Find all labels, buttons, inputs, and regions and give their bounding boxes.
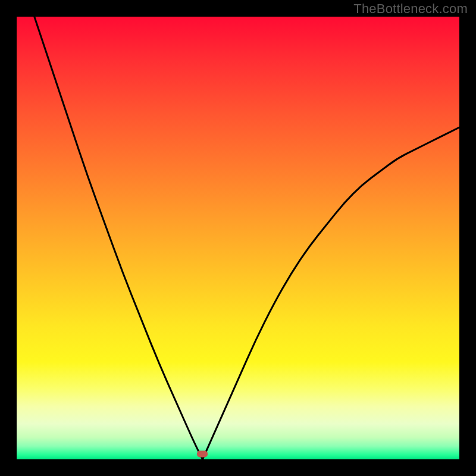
chart-frame: TheBottleneck.com: [0, 0, 476, 476]
bottleneck-curve-left: [35, 17, 203, 459]
curve-svg: [17, 17, 459, 459]
optimum-marker: [197, 451, 208, 458]
watermark-text: TheBottleneck.com: [353, 1, 468, 17]
bottleneck-curve-right: [202, 127, 459, 459]
plot-area: [17, 17, 459, 459]
